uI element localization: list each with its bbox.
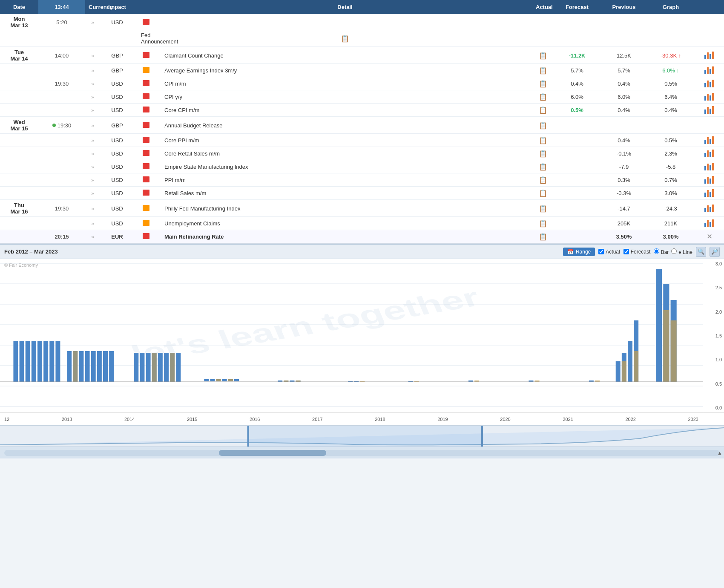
event-cpi-mm[interactable]: CPI m/m [158, 79, 532, 89]
table-row: MonMar 13 5:20 » USD Fed Announcement 📋 [0, 14, 724, 47]
table-row: 19:30 » USD CPI m/m 📋 0.4% 0.4% 0.5% [0, 77, 724, 90]
bar-radio[interactable]: Bar [654, 248, 669, 255]
sound-tue4[interactable]: » [85, 92, 100, 102]
forecast-cpimm: 0.4% [600, 79, 647, 89]
graph-claimant[interactable] [694, 50, 724, 61]
sound-tue2[interactable]: » [85, 66, 100, 75]
event-retail-sales[interactable]: Retail Sales m/m [158, 188, 532, 198]
table-row: » USD Core PPI m/m 📋 0.4% 0.5% [0, 134, 724, 147]
detail-empire[interactable]: 📋 [532, 161, 554, 173]
detail-retail[interactable]: 📋 [532, 148, 554, 159]
sound-thu1[interactable]: » [85, 204, 100, 213]
event-name-fed[interactable]: Fed Announcement [134, 30, 158, 46]
detail-cpiyy[interactable]: 📋 [532, 91, 554, 103]
graph-cpimm[interactable] [694, 78, 724, 89]
detail-claimant[interactable]: 📋 [532, 50, 554, 61]
table-row: 20:15 » EUR Main Refinancing Rate 📋 3.50… [0, 230, 724, 243]
range-button[interactable]: 📅 Range [563, 248, 595, 256]
detail-refinancing[interactable]: 📋 [532, 231, 554, 242]
sound-wed4[interactable]: » [85, 162, 100, 172]
svg-rect-39 [222, 379, 227, 381]
event-empire[interactable]: Empire State Manufacturing Index [158, 162, 532, 172]
event-cpi-yy[interactable]: CPI y/y [158, 92, 532, 102]
event-core-cpi[interactable]: Core CPI m/m [158, 105, 532, 115]
actual-check[interactable]: Actual [598, 249, 620, 255]
event-retail[interactable]: Core Retail Sales m/m [158, 149, 532, 159]
time-thu2 [38, 222, 85, 225]
scrollbar[interactable]: ▲ [0, 447, 724, 458]
svg-rect-34 [152, 353, 157, 382]
chart-canvas: let's learn together [0, 259, 703, 412]
sound-tue5[interactable]: » [85, 105, 100, 115]
graph-coreppi[interactable] [694, 135, 724, 146]
date-spacer-w6 [0, 191, 38, 195]
sound-wed3[interactable]: » [85, 149, 100, 159]
line-radio[interactable]: ● Line [671, 248, 692, 255]
currency-gbp-w1: GBP [100, 121, 134, 130]
currency-usd-t2: USD [100, 219, 134, 228]
header-time[interactable]: 13:44 [38, 0, 85, 14]
svg-rect-19 [79, 351, 83, 382]
graph-retail[interactable] [694, 148, 724, 159]
graph-ppi[interactable] [694, 174, 724, 185]
x-axis: 12 2013 2014 2015 2016 2017 2018 2019 20… [0, 412, 724, 425]
date-spacer-w3 [0, 152, 38, 155]
impact-usd-t2 [134, 218, 158, 229]
event-unemployment[interactable]: Unemployment Claims [158, 219, 532, 228]
date-wed-mar15: WedMar 15 [0, 117, 38, 133]
sound-thu3[interactable]: » [85, 232, 100, 242]
scroll-track[interactable] [4, 450, 720, 456]
sound-wed1[interactable]: » [85, 121, 100, 130]
impact-usd-w4 [134, 161, 158, 172]
close-refinancing[interactable]: ✕ [694, 231, 724, 242]
scroll-arrow-right[interactable]: ▲ [717, 450, 722, 456]
graph-unemployment[interactable] [694, 218, 724, 229]
svg-rect-33 [176, 353, 181, 382]
header-forecast: Forecast [554, 4, 600, 10]
chart-type-group: Bar ● Line [654, 248, 692, 255]
detail-retailsales[interactable]: 📋 [532, 187, 554, 199]
detail-icon-1[interactable]: 📋 [158, 33, 532, 44]
detail-corecpi[interactable]: 📋 [532, 104, 554, 116]
search-icon-btn[interactable]: 🔍 [696, 247, 706, 257]
forecast-check[interactable]: Forecast [623, 249, 651, 255]
sound-tue3[interactable]: » [85, 79, 100, 89]
event-earnings[interactable]: Average Earnings Index 3m/y [158, 66, 532, 75]
previous-claimant: -30.3K ↑ [647, 51, 694, 61]
graph-philly[interactable] [694, 203, 724, 214]
event-ppi[interactable]: PPI m/m [158, 175, 532, 185]
sound-wed2[interactable]: » [85, 135, 100, 145]
forecast-1 [554, 37, 600, 40]
scroll-thumb[interactable] [219, 450, 326, 456]
time-wed6 [38, 191, 85, 195]
event-core-ppi[interactable]: Core PPI m/m [158, 135, 532, 145]
actual-unemployment [554, 222, 600, 225]
event-refinancing[interactable]: Main Refinancing Rate [158, 232, 532, 242]
event-budget[interactable]: Annual Budget Release [158, 121, 532, 130]
sound-tue1[interactable]: » [85, 51, 100, 61]
detail-budget[interactable]: 📋 [532, 120, 554, 131]
zoom-icon-btn[interactable]: 🔎 [710, 247, 720, 257]
svg-rect-23 [103, 351, 108, 382]
graph-earnings[interactable] [694, 65, 724, 76]
detail-coreppi[interactable]: 📋 [532, 135, 554, 146]
graph-empire[interactable] [694, 161, 724, 172]
sound-icon-1[interactable]: » [85, 17, 100, 27]
sound-wed6[interactable]: » [85, 188, 100, 198]
detail-unemployment[interactable]: 📋 [532, 218, 554, 229]
x-label-2022: 2022 [625, 417, 635, 422]
event-philly[interactable]: Philly Fed Manufacturing Index [158, 204, 532, 213]
sound-thu2[interactable]: » [85, 219, 100, 228]
detail-philly[interactable]: 📋 [532, 203, 554, 214]
graph-retailsales[interactable] [694, 187, 724, 199]
graph-corecpi[interactable] [694, 104, 724, 115]
detail-cpimm[interactable]: 📋 [532, 78, 554, 89]
detail-earnings[interactable]: 📋 [532, 65, 554, 76]
impact-usd-w6 [134, 188, 158, 199]
detail-ppi[interactable]: 📋 [532, 174, 554, 186]
x-label-2020: 2020 [500, 417, 510, 422]
graph-cpiyy[interactable] [694, 91, 724, 102]
sound-wed5[interactable]: » [85, 175, 100, 185]
event-claimant[interactable]: Claimant Count Change [158, 51, 532, 61]
table-row: TueMar 14 14:00 » GBP Claimant Count Cha… [0, 47, 724, 64]
